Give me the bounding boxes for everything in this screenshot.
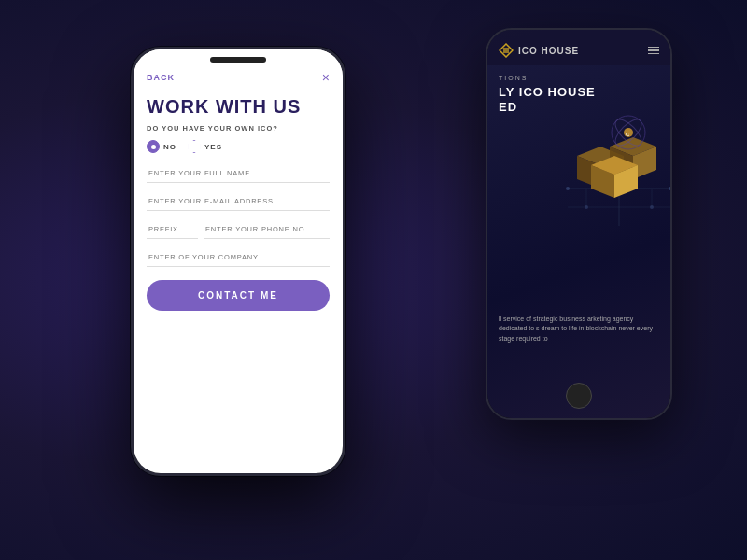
svg-point-21 [566,187,570,190]
svg-point-23 [585,205,588,209]
hamburger-icon[interactable] [648,47,659,55]
back-phone-header: ICO HOUSE [487,30,670,65]
back-phone-subtitle: TIONS [499,75,659,81]
svg-point-22 [669,187,670,190]
contact-me-button[interactable]: CONTACT ME [147,280,330,311]
company-input[interactable] [147,248,330,267]
phone-screen: BACK × WORK WITH US DO YOU HAVE YOUR OWN… [134,49,343,473]
phone-notch [210,57,266,63]
radio-no-circle[interactable] [147,140,160,153]
radio-group: NO YES [147,140,330,153]
prefix-input[interactable] [147,220,198,239]
form-body: WORK WITH US DO YOU HAVE YOUR OWN ICO? N… [134,92,343,473]
back-button[interactable]: BACK [147,73,175,82]
svg-text:C: C [626,132,630,137]
radio-no-label: NO [163,143,176,151]
back-phone-body: ll service of strategic business arketin… [499,315,659,344]
radio-yes-label: YES [204,143,222,151]
radio-yes-hex[interactable] [188,140,201,153]
logo-text: ICO HOUSE [518,46,579,56]
phone-row [147,220,330,239]
screen-header: BACK × [134,49,343,92]
email-input[interactable] [147,192,330,211]
background-phone-screen: ICO HOUSE TIONS LY ICO HOUSE ED [487,30,670,418]
background-phone: ICO HOUSE TIONS LY ICO HOUSE ED [486,28,672,420]
form-title: WORK WITH US [147,96,330,117]
svg-rect-1 [503,48,509,53]
radio-no-option[interactable]: NO [147,140,176,153]
foreground-phone: BACK × WORK WITH US DO YOU HAVE YOUR OWN… [131,47,345,476]
svg-point-24 [650,205,654,209]
phone-input[interactable] [204,220,330,239]
fullname-input[interactable] [147,164,330,183]
question-label: DO YOU HAVE YOUR OWN ICO? [147,124,330,133]
close-button[interactable]: × [322,70,330,85]
ico-house-logo: ICO HOUSE [499,43,579,58]
logo-icon [499,43,514,58]
back-body-text: ll service of strategic business arketin… [499,315,659,344]
radio-yes-option[interactable]: YES [188,140,222,153]
home-button-back[interactable] [566,383,592,409]
crypto-illustration: C [558,105,670,226]
